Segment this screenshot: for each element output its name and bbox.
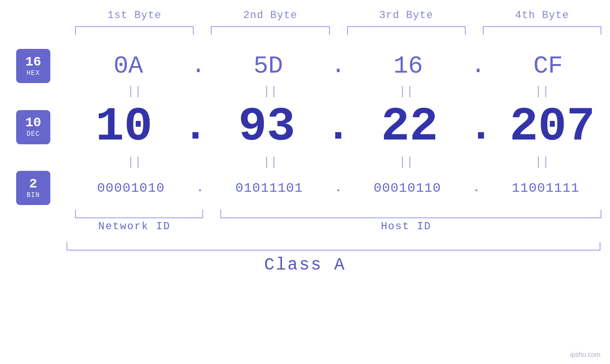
eq1-1: || (66, 85, 202, 98)
bin-badge-container: 2 BIN (0, 171, 66, 205)
bottom-brackets-area: Network ID Host ID (0, 210, 610, 233)
bin-dot-1: . (197, 182, 204, 194)
hex-val-3: 16 (347, 52, 470, 80)
hex-badge-container: 16 HEX (0, 49, 66, 83)
bin-badge-number: 2 (29, 177, 38, 192)
dec-badge-container: 10 DEC (0, 110, 66, 144)
bracket-host (220, 210, 601, 218)
class-bracket-area (0, 242, 610, 251)
class-bracket (66, 242, 601, 251)
hex-badge-number: 16 (25, 55, 41, 70)
top-bracket-2 (211, 26, 329, 35)
host-id-label: Host ID (202, 221, 610, 233)
hex-values: 0A . 5D . 16 . CF (66, 52, 610, 80)
bottom-brackets (66, 210, 610, 218)
hex-row: 16 HEX 0A . 5D . 16 . CF (0, 49, 610, 83)
hex-badge-label: HEX (27, 70, 40, 77)
bin-dot-2: . (335, 182, 342, 194)
bottom-labels: Network ID Host ID (66, 221, 610, 233)
bin-val-3: 00010110 (343, 181, 472, 196)
bracket-network (75, 210, 203, 218)
byte1-header: 1st Byte (66, 9, 202, 21)
dec-dot-2: . (325, 106, 351, 149)
byte-headers: 1st Byte 2nd Byte 3rd Byte 4th Byte (0, 9, 610, 21)
hex-badge: 16 HEX (16, 49, 50, 83)
main-container: 1st Byte 2nd Byte 3rd Byte 4th Byte 16 H… (0, 0, 610, 364)
bin-val-4: 11001111 (481, 181, 610, 196)
top-brackets (0, 26, 610, 35)
eq1-4: || (474, 85, 610, 98)
dec-badge-number: 10 (25, 116, 41, 131)
bin-badge: 2 BIN (16, 171, 50, 205)
dec-values: 10 . 93 . 22 . 207 (66, 100, 610, 154)
eq2-1: || (66, 156, 202, 168)
top-bracket-4 (483, 26, 601, 35)
hex-val-1: 0A (66, 52, 190, 80)
top-bracket-1 (75, 26, 194, 35)
hex-dot-3: . (471, 54, 485, 78)
eq2-4: || (474, 156, 610, 168)
watermark: ipshu.com (570, 351, 601, 358)
dec-val-2: 93 (209, 100, 325, 154)
dec-badge: 10 DEC (16, 110, 50, 144)
eq1-3: || (338, 85, 474, 98)
eq2-2: || (202, 156, 338, 168)
bin-badge-label: BIN (27, 192, 40, 199)
hex-dot-2: . (331, 54, 345, 78)
dec-val-4: 207 (495, 100, 610, 154)
dec-row: 10 DEC 10 . 93 . 22 . 207 (0, 100, 610, 154)
class-label: Class A (0, 255, 610, 275)
bin-values: 00001010 . 01011101 . 00010110 . 1100111… (66, 181, 610, 196)
dec-val-1: 10 (66, 100, 182, 154)
byte3-header: 3rd Byte (338, 9, 474, 21)
byte4-header: 4th Byte (474, 9, 610, 21)
hex-dot-1: . (191, 54, 206, 78)
top-bracket-3 (347, 26, 466, 35)
bin-val-1: 00001010 (66, 181, 196, 196)
bin-dot-3: . (473, 182, 480, 194)
bin-val-2: 01011101 (205, 181, 334, 196)
dec-badge-label: DEC (27, 131, 40, 138)
byte2-header: 2nd Byte (202, 9, 338, 21)
dec-val-3: 22 (352, 100, 468, 154)
dec-dot-1: . (183, 106, 208, 149)
hex-val-4: CF (486, 52, 610, 80)
equals-row-2: || || || || (0, 156, 610, 168)
network-id-label: Network ID (66, 221, 202, 233)
eq2-3: || (338, 156, 474, 168)
equals-row-1: || || || || (0, 85, 610, 98)
hex-val-2: 5D (206, 52, 330, 80)
dec-dot-3: . (468, 106, 494, 149)
bin-row: 2 BIN 00001010 . 01011101 . 00010110 . 1… (0, 171, 610, 205)
eq1-2: || (202, 85, 338, 98)
